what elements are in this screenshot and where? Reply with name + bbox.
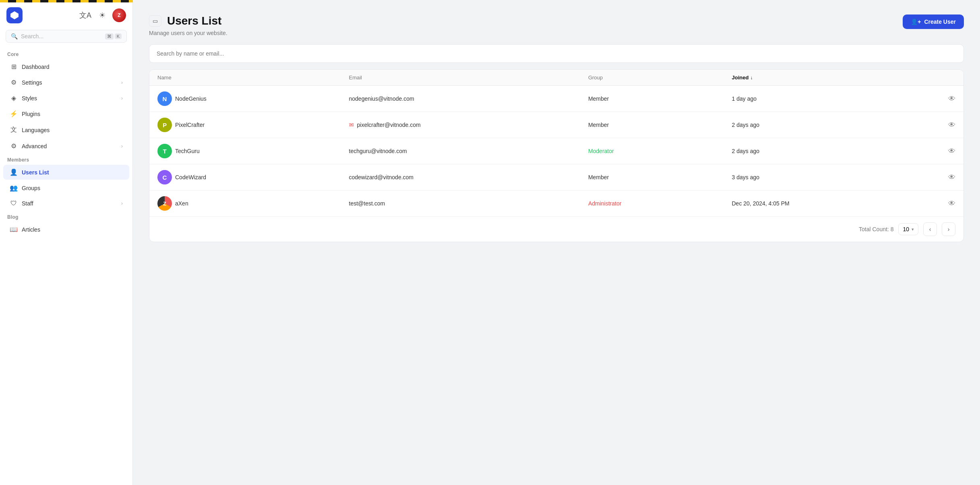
sidebar-item-label-languages: Languages (22, 127, 123, 133)
sidebar-item-articles[interactable]: 📖 Articles (3, 222, 129, 237)
users-table: Name Email Group Joined ↓ N NodeGeniu (149, 69, 964, 242)
user-search-input[interactable] (149, 45, 963, 62)
view-user-button-2[interactable]: 👁 (948, 121, 955, 129)
sidebar-search[interactable]: 🔍 Search... ⌘ K (6, 30, 127, 43)
plugins-icon: ⚡ (10, 110, 18, 118)
joined-5: Dec 20, 2024, 4:05 PM (732, 200, 790, 207)
view-user-button-5[interactable]: 👁 (948, 199, 955, 208)
cell-actions-2: 👁 (923, 121, 955, 129)
next-page-button[interactable]: › (942, 222, 955, 236)
sidebar-item-label-advanced: Advanced (22, 143, 117, 149)
view-user-button-3[interactable]: 👁 (948, 147, 955, 155)
cmd-key: ⌘ (105, 33, 114, 39)
chevron-right-icon: › (121, 143, 123, 149)
avatar-axen: Z (157, 196, 172, 211)
group-1: Member (588, 95, 609, 102)
cell-name-4: C CodeWizard (157, 170, 349, 184)
settings-icon: ⚙ (10, 79, 18, 86)
sidebar-toggle-button[interactable]: ▭ (149, 15, 161, 27)
search-shortcut: ⌘ K (105, 33, 122, 39)
translate-icon-button[interactable]: 文A (79, 8, 92, 22)
sidebar-item-advanced[interactable]: ⚙ Advanced › (3, 139, 129, 153)
email-4: codewizard@vitnode.com (349, 174, 414, 180)
sidebar-item-dashboard[interactable]: ⊞ Dashboard (3, 59, 129, 74)
cell-name-1: N NodeGenius (157, 91, 349, 106)
group-3: Moderator (588, 148, 614, 154)
sidebar-item-label-plugins: Plugins (22, 111, 123, 117)
sidebar-item-settings[interactable]: ⚙ Settings › (3, 75, 129, 90)
k-key: K (115, 33, 122, 39)
cell-actions-5: 👁 (923, 199, 955, 208)
cell-group-1: Member (588, 95, 732, 102)
chevron-down-icon: ▾ (912, 227, 914, 232)
user-avatar-button[interactable]: Z (112, 8, 126, 22)
sidebar-item-plugins[interactable]: ⚡ Plugins (3, 106, 129, 121)
app-logo[interactable] (6, 7, 23, 23)
user-name-3: TechGuru (175, 148, 200, 154)
total-count: Total Count: 8 (859, 226, 893, 232)
email-5: test@test.com (349, 200, 385, 207)
sidebar-header: 文A ☀ Z (0, 2, 132, 27)
cell-joined-3: 2 days ago (732, 148, 924, 154)
table-row: N NodeGenius nodegenius@vitnode.com Memb… (149, 86, 963, 112)
staff-icon: 🛡 (10, 200, 18, 207)
view-user-button-4[interactable]: 👁 (948, 173, 955, 182)
cell-actions-1: 👁 (923, 95, 955, 103)
cell-actions-4: 👁 (923, 173, 955, 182)
advanced-icon: ⚙ (10, 142, 18, 150)
sidebar-item-languages[interactable]: 文 Languages (3, 122, 129, 138)
email-2: pixelcrafter@vitnode.com (357, 122, 421, 128)
search-placeholder: Search... (21, 33, 102, 39)
create-user-button[interactable]: 👤+ Create User (903, 15, 964, 29)
prev-page-button[interactable]: ‹ (923, 222, 937, 236)
col-joined: Joined ↓ (732, 75, 924, 81)
cell-group-3: Moderator (588, 148, 732, 154)
sidebar-icon-group: 文A ☀ Z (79, 8, 126, 22)
sidebar-item-label-groups: Groups (22, 185, 123, 191)
cell-email-1: nodegenius@vitnode.com (349, 95, 588, 102)
cell-email-3: techguru@vitnode.com (349, 148, 588, 154)
section-label-core: Core (0, 48, 132, 59)
col-group: Group (588, 75, 732, 81)
sort-desc-icon: ↓ (750, 75, 753, 81)
email-3: techguru@vitnode.com (349, 148, 407, 154)
user-name-2: PixelCrafter (175, 122, 205, 128)
header-left: ▭ Users List Manage users on your websit… (149, 15, 227, 36)
sidebar-item-groups[interactable]: 👥 Groups (3, 180, 129, 195)
table-row: T TechGuru techguru@vitnode.com Moderato… (149, 138, 963, 164)
group-5: Administrator (588, 200, 621, 207)
cell-name-3: T TechGuru (157, 144, 349, 158)
sidebar-item-label-styles: Styles (22, 95, 117, 102)
cell-email-5: test@test.com (349, 200, 588, 207)
create-user-label: Create User (924, 19, 956, 25)
user-name-1: NodeGenius (175, 95, 207, 102)
sidebar-item-label-settings: Settings (22, 79, 117, 86)
page-subtitle: Manage users on your website. (149, 30, 227, 36)
joined-1: 1 day ago (732, 95, 757, 102)
avatar-techguru: T (157, 144, 172, 158)
chevron-right-icon: › (121, 95, 123, 101)
table-header: Name Email Group Joined ↓ (149, 70, 963, 86)
svg-marker-0 (10, 11, 19, 19)
section-label-members: Members (0, 154, 132, 164)
sidebar-item-label-staff: Staff (22, 200, 117, 207)
per-page-select[interactable]: 10 ▾ (898, 223, 918, 235)
translate-icon: 文A (79, 10, 91, 20)
sidebar-item-users-list[interactable]: 👤 Users List (3, 165, 129, 180)
user-name-5: aXen (175, 200, 188, 207)
theme-icon-button[interactable]: ☀ (95, 8, 109, 22)
avatar-pixelcrafter: P (157, 118, 172, 132)
avatar-nodegenius: N (157, 91, 172, 106)
cell-joined-1: 1 day ago (732, 95, 924, 102)
sidebar-item-label-users-list: Users List (22, 169, 123, 176)
sidebar-item-staff[interactable]: 🛡 Staff › (3, 196, 129, 211)
cell-group-4: Member (588, 174, 732, 180)
sidebar-item-styles[interactable]: ◈ Styles › (3, 91, 129, 106)
groups-icon: 👥 (10, 184, 18, 192)
col-email: Email (349, 75, 588, 81)
view-user-button-1[interactable]: 👁 (948, 95, 955, 103)
avatar-codewizard: C (157, 170, 172, 184)
cell-name-2: P PixelCrafter (157, 118, 349, 132)
joined-3: 2 days ago (732, 148, 760, 154)
per-page-value: 10 (903, 226, 909, 232)
